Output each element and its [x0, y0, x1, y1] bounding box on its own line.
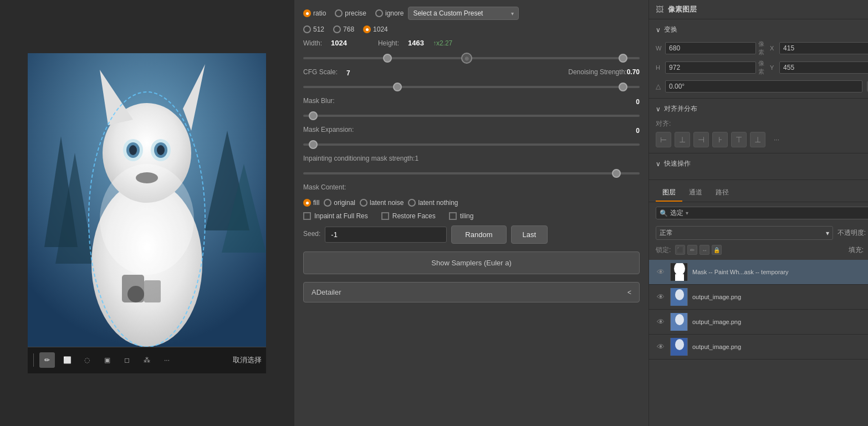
- rectangle-select-icon[interactable]: ▣: [99, 352, 115, 368]
- width-slider-center-thumb[interactable]: ⊕: [461, 53, 472, 64]
- latent-noise-radio-btn[interactable]: [360, 199, 367, 207]
- mask-expansion-thumb[interactable]: [309, 140, 318, 149]
- cancel-selection-label[interactable]: 取消选择: [233, 355, 262, 365]
- lock-all-icon[interactable]: 🔒: [712, 245, 722, 255]
- latent-nothing-radio-btn[interactable]: [408, 199, 416, 207]
- align-center-h-icon[interactable]: ⊥: [675, 132, 690, 147]
- width-slider-left-thumb[interactable]: [383, 54, 392, 63]
- mask-expansion-value: 0: [636, 127, 640, 135]
- width-slider-right-thumb[interactable]: [619, 54, 627, 63]
- restore-faces-label[interactable]: Restore Faces: [381, 212, 436, 220]
- x-input[interactable]: [779, 42, 868, 54]
- tab-paths[interactable]: 路径: [709, 184, 736, 202]
- lock-position-icon[interactable]: ✏: [687, 245, 697, 255]
- tiling-checkbox[interactable]: [449, 212, 457, 220]
- mask-content-row: Mask Content:: [303, 183, 640, 193]
- denoising-label: Denoising Strength:0.70: [568, 68, 640, 76]
- align-right-icon[interactable]: ⊣: [693, 132, 709, 147]
- radio-ratio-label[interactable]: ratio: [303, 9, 326, 17]
- radio-precise-btn[interactable]: [335, 9, 343, 17]
- mask-expansion-slider-container[interactable]: [303, 139, 640, 150]
- w-input[interactable]: [665, 42, 756, 54]
- quick-ops-toggle-icon[interactable]: ∨: [656, 160, 661, 168]
- lock-artboard-icon[interactable]: ↔: [699, 245, 709, 255]
- layer-item[interactable]: 👁 output_image.png: [649, 335, 868, 360]
- adetailer-row[interactable]: ADetailer <: [303, 282, 640, 302]
- layer-visibility-toggle[interactable]: 👁: [656, 292, 666, 302]
- latent-nothing-option-label[interactable]: latent nothing: [408, 199, 458, 207]
- width-slider-container[interactable]: ⊕: [303, 53, 640, 64]
- size-1024-btn[interactable]: [363, 25, 371, 33]
- h-input[interactable]: [665, 61, 756, 74]
- opacity-row: 不透明度: ▾: [838, 228, 868, 239]
- eraser-tool-icon[interactable]: ◻: [119, 352, 135, 368]
- size-1024-label[interactable]: 1024: [363, 25, 388, 33]
- radio-ignore-label[interactable]: ignore: [375, 9, 404, 17]
- random-button[interactable]: Random: [451, 225, 506, 244]
- last-button[interactable]: Last: [511, 225, 548, 244]
- filter-dropdown-arrow[interactable]: ▾: [686, 210, 688, 216]
- transform-toggle-icon[interactable]: ∨: [656, 26, 661, 34]
- canvas-image: [28, 53, 266, 347]
- cfg-slider-thumb[interactable]: [393, 83, 402, 91]
- inpaint-full-res-checkbox[interactable]: [303, 212, 311, 220]
- inpainting-slider-container[interactable]: [303, 168, 640, 179]
- align-bottom-icon[interactable]: ⊥: [750, 132, 765, 147]
- align-center-v-icon[interactable]: ⊤: [731, 132, 747, 147]
- radio-precise-label[interactable]: precise: [335, 9, 366, 17]
- layer-visibility-toggle[interactable]: 👁: [656, 267, 666, 277]
- align-left-icon[interactable]: ⊢: [656, 132, 671, 147]
- restore-faces-checkbox[interactable]: [381, 212, 389, 220]
- inpaint-full-res-label[interactable]: Inpaint at Full Res: [303, 212, 368, 220]
- layer-tabs: 图层 通道 路径 ≡: [649, 180, 868, 202]
- brush-tool-icon[interactable]: ✏: [39, 352, 55, 368]
- layer-item[interactable]: 👁 output_image.png: [649, 285, 868, 310]
- latent-noise-option-label[interactable]: latent noise: [360, 199, 404, 207]
- size-512-label[interactable]: 512: [303, 25, 324, 33]
- original-option-label[interactable]: original: [324, 199, 355, 207]
- y-input[interactable]: [779, 61, 868, 74]
- lasso-tool-icon[interactable]: ◌: [79, 352, 95, 368]
- fill-option-label[interactable]: fill: [303, 199, 319, 207]
- tab-layers[interactable]: 图层: [656, 184, 682, 202]
- tiling-label[interactable]: tiling: [449, 212, 474, 220]
- preset-dropdown[interactable]: Select a Custom Preset ▾: [408, 7, 519, 20]
- layer-item[interactable]: 👁 Mask -- Paint Wh...ask -- temporary: [649, 260, 868, 285]
- wand-tool-icon[interactable]: ⁂: [139, 352, 155, 368]
- lock-pixels-icon[interactable]: ⬛: [675, 245, 685, 255]
- align-top-icon[interactable]: ⊦: [712, 132, 728, 147]
- layer-thumbnail: [670, 313, 688, 331]
- radio-ignore-btn[interactable]: [375, 9, 383, 17]
- show-samplers-button[interactable]: Show Samplers (Euler a): [303, 252, 640, 274]
- original-radio-btn[interactable]: [324, 199, 331, 207]
- angle-input[interactable]: [665, 80, 862, 93]
- y-field: Y 像素: [770, 59, 868, 76]
- size-512-btn[interactable]: [303, 25, 311, 33]
- radio-ratio-btn[interactable]: [303, 9, 311, 17]
- more-tools-icon[interactable]: ···: [159, 352, 175, 368]
- h-field: H 像素: [656, 59, 767, 76]
- y-key: Y: [770, 64, 777, 71]
- lock-row: 锁定: ⬛ ✏ ↔ 🔒 填充: ▾: [649, 242, 868, 258]
- size-768-label[interactable]: 768: [333, 25, 354, 33]
- inpainting-condition-row: Inpainting conditioning mask strength:1: [303, 155, 640, 165]
- size-768-btn[interactable]: [333, 25, 341, 33]
- align-toggle-icon[interactable]: ∨: [656, 105, 661, 113]
- cfg-slider-right-thumb[interactable]: [619, 83, 627, 91]
- blend-mode-select[interactable]: 正常 ▾: [656, 226, 833, 240]
- layer-item[interactable]: 👁 output_image.png: [649, 310, 868, 335]
- canvas-area: [28, 53, 266, 347]
- align-more-btn[interactable]: ···: [769, 132, 784, 147]
- mask-blur-thumb[interactable]: [309, 111, 318, 120]
- mask-blur-slider-container[interactable]: [303, 110, 640, 121]
- cfg-slider-container[interactable]: [303, 81, 640, 93]
- fill-radio-btn[interactable]: [303, 199, 311, 207]
- layer-visibility-toggle[interactable]: 👁: [656, 317, 666, 327]
- align-icons-row: ⊢ ⊥ ⊣ ⊦ ⊤ ⊥ ···: [656, 132, 868, 147]
- layer-visibility-toggle[interactable]: 👁: [656, 342, 666, 352]
- tab-channels[interactable]: 通道: [682, 184, 709, 202]
- inpainting-thumb[interactable]: [612, 169, 621, 178]
- seed-input[interactable]: [325, 227, 447, 243]
- marquee-tool-icon[interactable]: ⬜: [59, 352, 75, 368]
- checkboxes-row: Inpaint at Full Res Restore Faces tiling: [303, 212, 640, 220]
